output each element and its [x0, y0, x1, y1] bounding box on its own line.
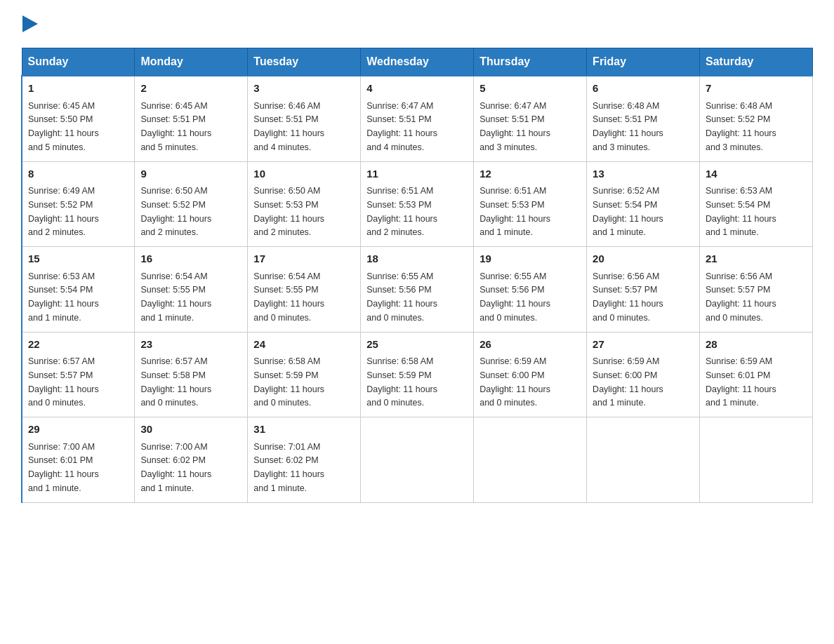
day-info: Sunrise: 6:53 AMSunset: 5:54 PMDaylight:…: [706, 186, 776, 237]
day-number: 24: [253, 337, 355, 353]
calendar-day-cell: 19 Sunrise: 6:55 AMSunset: 5:56 PMDaylig…: [474, 247, 587, 333]
day-info: Sunrise: 6:59 AMSunset: 6:01 PMDaylight:…: [706, 356, 776, 408]
day-number: 15: [28, 251, 128, 267]
calendar-day-cell: 1 Sunrise: 6:45 AMSunset: 5:50 PMDayligh…: [22, 76, 135, 161]
day-info: Sunrise: 6:56 AMSunset: 5:57 PMDaylight:…: [706, 271, 776, 323]
day-info: Sunrise: 6:59 AMSunset: 6:00 PMDaylight:…: [593, 356, 663, 408]
day-info: Sunrise: 6:47 AMSunset: 5:51 PMDaylight:…: [366, 101, 437, 152]
day-info: Sunrise: 6:48 AMSunset: 5:52 PMDaylight:…: [706, 101, 776, 152]
day-info: Sunrise: 7:01 AMSunset: 6:02 PMDaylight:…: [253, 442, 324, 493]
calendar-day-cell: 29 Sunrise: 7:00 AMSunset: 6:01 PMDaylig…: [22, 417, 135, 503]
calendar-day-cell: 24 Sunrise: 6:58 AMSunset: 5:59 PMDaylig…: [248, 332, 361, 417]
calendar-day-cell: 31 Sunrise: 7:01 AMSunset: 6:02 PMDaylig…: [248, 417, 361, 503]
day-info: Sunrise: 6:57 AMSunset: 5:58 PMDaylight:…: [140, 356, 211, 408]
svg-marker-0: [22, 15, 38, 32]
calendar-week-row: 29 Sunrise: 7:00 AMSunset: 6:01 PMDaylig…: [22, 417, 813, 503]
calendar-day-cell: 7 Sunrise: 6:48 AMSunset: 5:52 PMDayligh…: [700, 76, 813, 161]
calendar-day-cell: 25 Sunrise: 6:58 AMSunset: 5:59 PMDaylig…: [361, 332, 474, 417]
calendar-day-cell: 21 Sunrise: 6:56 AMSunset: 5:57 PMDaylig…: [700, 247, 813, 333]
day-number: 5: [479, 81, 581, 97]
day-info: Sunrise: 7:00 AMSunset: 6:02 PMDaylight:…: [140, 442, 211, 493]
day-number: 10: [253, 166, 355, 182]
day-info: Sunrise: 6:55 AMSunset: 5:56 PMDaylight:…: [479, 271, 550, 323]
calendar-day-cell: [474, 417, 587, 503]
day-number: 29: [28, 422, 128, 438]
day-info: Sunrise: 7:00 AMSunset: 6:01 PMDaylight:…: [28, 442, 99, 493]
day-number: 30: [140, 422, 241, 438]
day-number: 25: [366, 337, 468, 353]
day-info: Sunrise: 6:59 AMSunset: 6:00 PMDaylight:…: [479, 356, 550, 408]
calendar-day-cell: 6 Sunrise: 6:48 AMSunset: 5:51 PMDayligh…: [587, 76, 700, 161]
calendar-week-row: 15 Sunrise: 6:53 AMSunset: 5:54 PMDaylig…: [22, 247, 813, 333]
calendar-day-cell: 13 Sunrise: 6:52 AMSunset: 5:54 PMDaylig…: [587, 161, 700, 247]
calendar-day-cell: [361, 417, 474, 503]
weekday-header-tuesday: Tuesday: [248, 48, 361, 76]
calendar-day-cell: 4 Sunrise: 6:47 AMSunset: 5:51 PMDayligh…: [361, 76, 474, 161]
calendar-week-row: 22 Sunrise: 6:57 AMSunset: 5:57 PMDaylig…: [22, 332, 813, 417]
day-number: 11: [366, 166, 468, 182]
day-number: 23: [140, 337, 241, 353]
day-info: Sunrise: 6:48 AMSunset: 5:51 PMDaylight:…: [593, 101, 663, 152]
day-number: 27: [593, 337, 694, 353]
day-number: 9: [140, 166, 241, 182]
calendar-week-row: 8 Sunrise: 6:49 AMSunset: 5:52 PMDayligh…: [22, 161, 813, 247]
weekday-header-row: SundayMondayTuesdayWednesdayThursdayFrid…: [22, 48, 813, 76]
day-number: 8: [28, 166, 128, 182]
calendar-day-cell: 8 Sunrise: 6:49 AMSunset: 5:52 PMDayligh…: [22, 161, 135, 247]
day-info: Sunrise: 6:55 AMSunset: 5:56 PMDaylight:…: [366, 271, 437, 323]
day-number: 7: [706, 81, 807, 97]
day-info: Sunrise: 6:46 AMSunset: 5:51 PMDaylight:…: [253, 101, 324, 152]
logo-text: [21, 14, 38, 36]
calendar-day-cell: 30 Sunrise: 7:00 AMSunset: 6:02 PMDaylig…: [135, 417, 248, 503]
calendar-day-cell: 27 Sunrise: 6:59 AMSunset: 6:00 PMDaylig…: [587, 332, 700, 417]
calendar-day-cell: 15 Sunrise: 6:53 AMSunset: 5:54 PMDaylig…: [22, 247, 135, 333]
day-info: Sunrise: 6:53 AMSunset: 5:54 PMDaylight:…: [28, 271, 99, 323]
day-number: 26: [479, 337, 581, 353]
day-info: Sunrise: 6:58 AMSunset: 5:59 PMDaylight:…: [366, 356, 437, 408]
day-info: Sunrise: 6:57 AMSunset: 5:57 PMDaylight:…: [28, 356, 99, 408]
calendar-week-row: 1 Sunrise: 6:45 AMSunset: 5:50 PMDayligh…: [22, 76, 813, 161]
calendar-day-cell: 2 Sunrise: 6:45 AMSunset: 5:51 PMDayligh…: [135, 76, 248, 161]
day-number: 16: [140, 251, 241, 267]
day-number: 3: [253, 81, 355, 97]
calendar-day-cell: [587, 417, 700, 503]
day-number: 22: [28, 337, 128, 353]
day-number: 20: [593, 251, 694, 267]
calendar-day-cell: 26 Sunrise: 6:59 AMSunset: 6:00 PMDaylig…: [474, 332, 587, 417]
day-info: Sunrise: 6:52 AMSunset: 5:54 PMDaylight:…: [593, 186, 663, 237]
day-info: Sunrise: 6:54 AMSunset: 5:55 PMDaylight:…: [253, 271, 324, 323]
day-number: 4: [366, 81, 468, 97]
weekday-header-thursday: Thursday: [474, 48, 587, 76]
calendar-day-cell: 10 Sunrise: 6:50 AMSunset: 5:53 PMDaylig…: [248, 161, 361, 247]
calendar-day-cell: 16 Sunrise: 6:54 AMSunset: 5:55 PMDaylig…: [135, 247, 248, 333]
day-number: 2: [140, 81, 241, 97]
day-number: 28: [706, 337, 807, 353]
day-number: 31: [253, 422, 355, 438]
day-number: 13: [593, 166, 694, 182]
calendar-day-cell: [700, 417, 813, 503]
logo-arrow-icon: [22, 14, 38, 34]
calendar-day-cell: 3 Sunrise: 6:46 AMSunset: 5:51 PMDayligh…: [248, 76, 361, 161]
calendar-day-cell: 12 Sunrise: 6:51 AMSunset: 5:53 PMDaylig…: [474, 161, 587, 247]
day-info: Sunrise: 6:45 AMSunset: 5:51 PMDaylight:…: [140, 101, 211, 152]
calendar-day-cell: 17 Sunrise: 6:54 AMSunset: 5:55 PMDaylig…: [248, 247, 361, 333]
day-info: Sunrise: 6:51 AMSunset: 5:53 PMDaylight:…: [479, 186, 550, 237]
day-number: 14: [706, 166, 807, 182]
day-number: 17: [253, 251, 355, 267]
weekday-header-wednesday: Wednesday: [361, 48, 474, 76]
calendar-day-cell: 5 Sunrise: 6:47 AMSunset: 5:51 PMDayligh…: [474, 76, 587, 161]
calendar-table: SundayMondayTuesdayWednesdayThursdayFrid…: [21, 48, 813, 503]
day-info: Sunrise: 6:50 AMSunset: 5:52 PMDaylight:…: [140, 186, 211, 237]
day-number: 21: [706, 251, 807, 267]
day-number: 18: [366, 251, 468, 267]
day-info: Sunrise: 6:51 AMSunset: 5:53 PMDaylight:…: [366, 186, 437, 237]
day-number: 6: [593, 81, 694, 97]
day-number: 1: [28, 81, 128, 97]
page-header: [21, 14, 813, 35]
day-info: Sunrise: 6:45 AMSunset: 5:50 PMDaylight:…: [28, 101, 99, 152]
logo: [21, 14, 38, 35]
calendar-day-cell: 14 Sunrise: 6:53 AMSunset: 5:54 PMDaylig…: [700, 161, 813, 247]
day-info: Sunrise: 6:49 AMSunset: 5:52 PMDaylight:…: [28, 186, 99, 237]
weekday-header-friday: Friday: [587, 48, 700, 76]
day-info: Sunrise: 6:50 AMSunset: 5:53 PMDaylight:…: [253, 186, 324, 237]
